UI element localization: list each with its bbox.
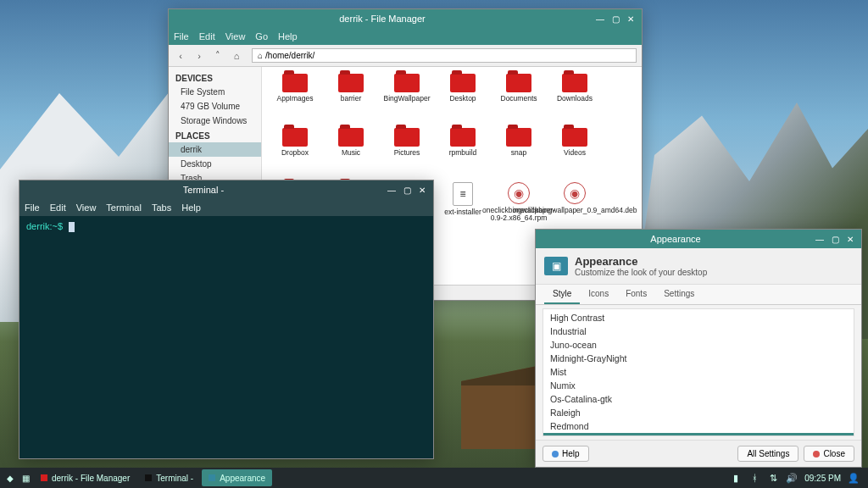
style-item[interactable]: Numix	[543, 379, 854, 392]
task-appearance[interactable]: Appearance	[202, 469, 272, 486]
folder-icon	[506, 74, 531, 92]
bluetooth-icon[interactable]: ᚼ	[748, 472, 760, 484]
menu-help[interactable]: Help	[181, 202, 201, 213]
appr-titlebar[interactable]: Appearance — ▢ ✕	[536, 230, 861, 248]
appr-header: ▣ Appearance Customize the look of your …	[536, 248, 861, 285]
network-icon[interactable]: ⇅	[767, 472, 779, 484]
tab-style[interactable]: Style	[544, 285, 580, 304]
file-item[interactable]: ◉oneclickbingwallpaper_0.9_amd64.deb	[547, 182, 603, 233]
file-item[interactable]: Videos	[547, 128, 603, 179]
fm-menubar: File Edit View Go Help	[169, 28, 642, 45]
terminal-cursor	[69, 222, 75, 232]
path-bar[interactable]: ⌂ /home/derrik/	[252, 48, 637, 63]
menu-file[interactable]: File	[174, 31, 189, 42]
term-titlebar[interactable]: Terminal - — ▢ ✕	[19, 180, 433, 199]
help-button[interactable]: Help	[542, 446, 589, 462]
sidebar-desktop[interactable]: Desktop	[169, 157, 261, 171]
launcher-icon[interactable]: ▦	[19, 471, 32, 485]
fm-titlebar[interactable]: derrik - File Manager — ▢ ✕	[169, 9, 642, 28]
style-item[interactable]: High Contrast	[543, 311, 854, 324]
taskbar: ◆ ▦ derrik - File Manager Terminal - App…	[0, 468, 868, 488]
battery-icon[interactable]: ▮	[730, 472, 742, 484]
file-item[interactable]: barrier	[323, 74, 379, 125]
minimize-button[interactable]: —	[386, 184, 398, 196]
tab-settings[interactable]: Settings	[655, 285, 703, 304]
package-icon: ◉	[564, 182, 586, 204]
appr-footer: Help All Settings Close	[536, 440, 861, 467]
file-item[interactable]: snap	[491, 128, 547, 179]
style-item[interactable]: Os-Catalina-gtk	[543, 392, 854, 406]
folder-icon	[282, 74, 308, 92]
file-item[interactable]: AppImages	[267, 74, 323, 125]
file-item[interactable]: Dropbox	[267, 128, 323, 179]
sidebar-home[interactable]: derrik	[169, 142, 261, 157]
style-item[interactable]: Redmond	[543, 419, 854, 433]
terminal-body[interactable]: derrik:~$	[19, 216, 433, 458]
task-terminal[interactable]: Terminal -	[138, 469, 200, 486]
style-item[interactable]: Snowblind	[543, 433, 854, 436]
menu-edit[interactable]: Edit	[50, 202, 66, 213]
tab-fonts[interactable]: Fonts	[617, 285, 655, 304]
menu-edit[interactable]: Edit	[199, 31, 215, 42]
folder-icon	[450, 74, 476, 92]
file-item[interactable]: Desktop	[435, 74, 491, 125]
file-item[interactable]: rpmbuild	[435, 128, 491, 179]
sidebar-file-system[interactable]: File System	[169, 85, 261, 99]
package-icon: ◉	[508, 182, 530, 204]
sidebar-volume[interactable]: 479 GB Volume	[169, 99, 261, 114]
menu-help[interactable]: Help	[278, 31, 298, 42]
close-button[interactable]: ✕	[416, 184, 428, 196]
menu-file[interactable]: File	[25, 202, 40, 213]
file-item[interactable]: BingWallpaper	[379, 74, 435, 125]
close-button[interactable]: ✕	[844, 233, 856, 245]
style-item[interactable]: Juno-ocean	[543, 338, 854, 352]
help-icon	[552, 451, 559, 458]
appr-tabs: Style Icons Fonts Settings	[536, 285, 861, 305]
minimize-button[interactable]: —	[814, 233, 826, 245]
style-item[interactable]: Industrial	[543, 324, 854, 338]
all-settings-button[interactable]: All Settings	[737, 446, 798, 462]
clock[interactable]: 09:25 PM	[804, 474, 841, 483]
maximize-button[interactable]: ▢	[609, 13, 621, 25]
close-icon	[813, 451, 820, 458]
file-label: Documents	[501, 95, 537, 103]
nav-forward-icon[interactable]: ›	[192, 49, 206, 63]
style-item[interactable]: Raleigh	[543, 406, 854, 419]
menu-go[interactable]: Go	[255, 31, 268, 42]
file-item[interactable]: Pictures	[379, 128, 435, 179]
appearance-icon: ▣	[544, 257, 568, 275]
style-item[interactable]: Midnight-GrayNight	[543, 352, 854, 365]
fm-toolbar: ‹ › ˄ ⌂ ⌂ /home/derrik/	[169, 45, 642, 67]
fm-title: derrik - File Manager	[174, 14, 591, 24]
file-item[interactable]: Documents	[491, 74, 547, 125]
close-button[interactable]: Close	[804, 446, 854, 462]
task-file-manager[interactable]: derrik - File Manager	[34, 469, 136, 486]
home-icon[interactable]: ⌂	[230, 49, 243, 63]
sidebar-places-heading: PLACES	[169, 128, 261, 142]
sidebar-storage-windows[interactable]: Storage Windows	[169, 114, 261, 128]
file-item[interactable]: Music	[323, 128, 379, 179]
folder-icon	[450, 128, 476, 147]
minimize-button[interactable]: —	[594, 13, 606, 25]
close-button[interactable]: ✕	[625, 13, 637, 25]
file-item[interactable]: Downloads	[547, 74, 603, 125]
user-icon[interactable]: 👤	[848, 472, 860, 484]
file-label: BingWallpaper	[384, 95, 431, 103]
app-menu-icon[interactable]: ◆	[3, 471, 17, 485]
style-item[interactable]: Mist	[543, 365, 854, 379]
maximize-button[interactable]: ▢	[829, 233, 841, 245]
tab-icons[interactable]: Icons	[580, 285, 617, 304]
menu-terminal[interactable]: Terminal	[106, 202, 142, 213]
style-list[interactable]: High ContrastIndustrialJuno-oceanMidnigh…	[542, 308, 854, 436]
maximize-button[interactable]: ▢	[401, 184, 413, 196]
folder-icon	[41, 474, 47, 481]
file-label: rpmbuild	[449, 149, 477, 157]
menu-view[interactable]: View	[225, 31, 246, 42]
file-label: Downloads	[557, 95, 593, 103]
menu-tabs[interactable]: Tabs	[152, 202, 171, 213]
nav-back-icon[interactable]: ‹	[174, 49, 187, 63]
nav-up-icon[interactable]: ˄	[211, 49, 225, 63]
volume-icon[interactable]: 🔊	[786, 472, 798, 484]
file-label: barrier	[341, 95, 362, 103]
menu-view[interactable]: View	[76, 202, 97, 213]
